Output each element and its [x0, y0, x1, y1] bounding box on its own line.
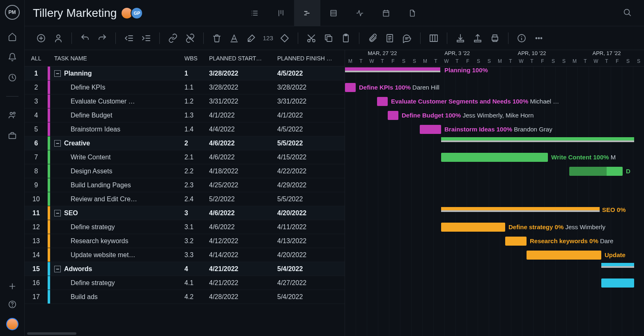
search-icon[interactable] [623, 8, 636, 18]
task-row[interactable]: 4Define Budget1.34/1/20224/1/2022 [25, 108, 345, 122]
clear-format-icon[interactable] [246, 33, 256, 43]
board-view-icon[interactable] [268, 0, 294, 26]
task-bar[interactable] [377, 97, 388, 106]
bell-icon[interactable] [8, 53, 17, 62]
task-row[interactable]: 11−SEO34/6/20224/20/2022 [25, 206, 345, 220]
import-icon[interactable] [455, 33, 465, 43]
gantt-row[interactable]: Update [345, 248, 644, 262]
task-bar[interactable] [527, 251, 601, 260]
col-finish[interactable]: PLANNED FINISH … [275, 55, 345, 62]
collapse-icon[interactable]: − [54, 140, 61, 147]
text-style-icon[interactable] [229, 33, 239, 43]
task-bar[interactable] [601, 278, 634, 288]
gantt-row[interactable]: Brainstorm Ideas 100% Brandon Gray [345, 122, 644, 136]
task-row[interactable]: 17Build ads4.24/28/20225/4/2022 [25, 290, 345, 304]
task-bar[interactable] [388, 111, 398, 120]
task-name[interactable]: Update website met… [50, 251, 182, 259]
summary-bar[interactable] [441, 137, 634, 140]
gantt-row[interactable] [345, 178, 644, 192]
file-view-icon[interactable] [399, 0, 426, 26]
gantt-row[interactable] [345, 192, 644, 206]
milestone-icon[interactable] [280, 33, 290, 43]
task-name[interactable]: Research keywords [50, 237, 182, 245]
gantt-row[interactable]: D [345, 164, 644, 178]
col-wbs[interactable]: WBS [182, 55, 207, 62]
gantt-row[interactable] [345, 262, 644, 276]
task-name[interactable]: −Planning [50, 70, 182, 77]
user-avatar[interactable] [6, 318, 18, 330]
help-icon[interactable] [8, 300, 17, 309]
info-icon[interactable] [517, 33, 527, 43]
task-name[interactable]: Design Assets [50, 168, 182, 175]
export-icon[interactable] [473, 33, 483, 43]
briefcase-icon[interactable] [8, 131, 17, 140]
numbering-label[interactable]: 123 [263, 35, 273, 41]
task-row[interactable]: 9Build Landing Pages2.34/25/20224/29/202… [25, 178, 345, 192]
sheet-view-icon[interactable] [320, 0, 347, 26]
task-name[interactable]: Build Landing Pages [50, 182, 182, 189]
grid-scrollbar[interactable] [25, 331, 345, 336]
task-bar[interactable] [569, 167, 623, 176]
indent-icon[interactable] [141, 33, 151, 43]
gantt-row[interactable]: Write Content 100% M [345, 150, 644, 164]
gantt-row[interactable] [345, 136, 644, 150]
calendar-view-icon[interactable] [373, 0, 399, 26]
task-bar[interactable] [505, 237, 527, 246]
task-row[interactable]: 16Define strategy4.14/21/20224/27/2022 [25, 276, 345, 290]
gantt-row[interactable]: Define KPIs 100% Daren Hill [345, 81, 644, 94]
team-icon[interactable] [8, 110, 17, 120]
task-row[interactable]: 8Design Assets2.24/18/20224/22/2022 [25, 164, 345, 178]
task-name[interactable]: −Creative [50, 140, 182, 147]
col-all[interactable]: ALL [25, 55, 48, 62]
task-name[interactable]: Define Budget [50, 112, 182, 119]
task-row[interactable]: 5Brainstorm Ideas1.44/4/20224/5/2022 [25, 122, 345, 136]
task-bar[interactable] [441, 223, 505, 232]
task-name[interactable]: Write Content [50, 154, 182, 161]
app-logo[interactable]: PM [5, 5, 20, 20]
add-icon[interactable] [8, 282, 17, 291]
task-row[interactable]: 2Define KPIs1.13/28/20223/28/2022 [25, 81, 345, 94]
task-bar[interactable] [345, 83, 356, 92]
home-icon[interactable] [8, 32, 17, 41]
collapse-icon[interactable]: − [54, 70, 61, 77]
summary-bar[interactable] [345, 67, 440, 71]
task-row[interactable]: 3Evaluate Customer …1.23/31/20223/31/202… [25, 94, 345, 108]
task-bar[interactable] [420, 125, 441, 134]
task-name[interactable]: −SEO [50, 209, 182, 217]
col-name[interactable]: TASK NAME [50, 55, 182, 62]
task-row[interactable]: 13Research keywords3.24/12/20224/13/2022 [25, 234, 345, 248]
redo-icon[interactable] [97, 33, 107, 43]
copy-icon[interactable] [324, 33, 334, 43]
print-icon[interactable] [490, 33, 500, 43]
activity-view-icon[interactable] [347, 0, 373, 26]
task-row[interactable]: 7Write Content2.14/6/20224/15/2022 [25, 150, 345, 164]
gantt-row[interactable]: Evaluate Customer Segments and Needs 100… [345, 94, 644, 108]
attachment-icon[interactable] [368, 33, 377, 43]
collapse-icon[interactable]: − [54, 210, 61, 216]
gantt-row[interactable]: Planning 100% [345, 67, 644, 81]
task-row[interactable]: 1−Planning13/28/20224/5/2022 [25, 67, 345, 81]
cut-icon[interactable] [306, 33, 316, 43]
gantt-row[interactable]: Define Budget 100% Jess Wimberly, Mike H… [345, 108, 644, 122]
task-row[interactable]: 12Define strategy3.14/6/20224/11/2022 [25, 220, 345, 234]
delete-icon[interactable] [212, 33, 222, 43]
clock-icon[interactable] [8, 73, 17, 82]
comment-icon[interactable] [402, 33, 412, 43]
task-bar[interactable] [441, 153, 548, 162]
add-task-icon[interactable] [36, 33, 46, 43]
notes-icon[interactable] [385, 33, 395, 43]
task-name[interactable]: Evaluate Customer … [50, 98, 182, 105]
task-name[interactable]: Build ads [50, 293, 182, 301]
col-start[interactable]: PLANNED START… [207, 55, 275, 62]
list-view-icon[interactable] [242, 0, 268, 26]
summary-bar[interactable] [601, 263, 634, 266]
task-name[interactable]: Define KPIs [50, 84, 182, 91]
gantt-row[interactable] [345, 276, 644, 290]
columns-icon[interactable] [429, 33, 439, 43]
member-avatar[interactable]: GP [131, 7, 143, 19]
undo-icon[interactable] [80, 33, 90, 43]
gantt-row[interactable] [345, 290, 644, 304]
outdent-icon[interactable] [124, 33, 134, 43]
task-row[interactable]: 15−Adwords44/21/20225/4/2022 [25, 262, 345, 276]
assign-icon[interactable] [53, 33, 63, 43]
